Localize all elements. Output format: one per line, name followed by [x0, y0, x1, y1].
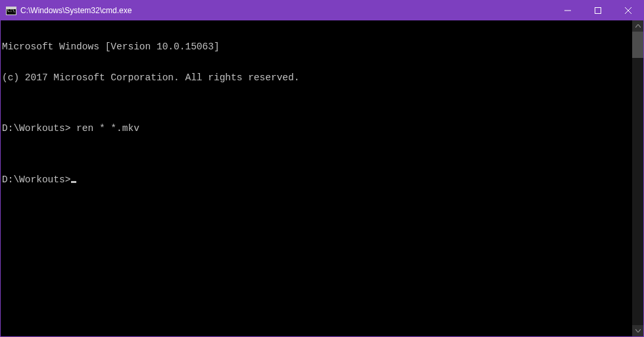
- scrollbar-track[interactable]: [632, 32, 643, 325]
- scroll-down-button[interactable]: [632, 325, 643, 336]
- terminal-line: D:\Workouts> ren * *.mkv: [2, 124, 632, 134]
- client-area: Microsoft Windows [Version 10.0.15063] (…: [1, 20, 643, 336]
- cursor: [71, 181, 76, 183]
- cmd-window: C:\. C:\Windows\System32\cmd.exe Microso…: [0, 0, 644, 337]
- maximize-icon: [595, 7, 601, 14]
- terminal-output[interactable]: Microsoft Windows [Version 10.0.15063] (…: [1, 20, 632, 336]
- close-button[interactable]: [613, 1, 643, 20]
- terminal-line: Microsoft Windows [Version 10.0.15063]: [2, 42, 632, 53]
- minimize-button[interactable]: [553, 1, 583, 20]
- close-icon: [625, 7, 632, 14]
- terminal-prompt: D:\Workouts>: [2, 174, 70, 185]
- chevron-up-icon: [635, 24, 641, 28]
- chevron-down-icon: [635, 329, 641, 332]
- cmd-icon: C:\.: [6, 5, 16, 16]
- svg-rect-1: [595, 8, 601, 14]
- terminal-line: (c) 2017 Microsoft Corporation. All righ…: [2, 73, 632, 84]
- vertical-scrollbar[interactable]: [632, 20, 643, 336]
- scroll-up-button[interactable]: [632, 20, 643, 32]
- maximize-button[interactable]: [583, 1, 613, 20]
- scrollbar-thumb[interactable]: [632, 32, 643, 58]
- terminal-prompt-line: D:\Workouts>: [2, 175, 632, 186]
- window-title: C:\Windows\System32\cmd.exe: [20, 6, 132, 15]
- minimize-icon: [564, 7, 571, 14]
- titlebar[interactable]: C:\. C:\Windows\System32\cmd.exe: [1, 1, 643, 20]
